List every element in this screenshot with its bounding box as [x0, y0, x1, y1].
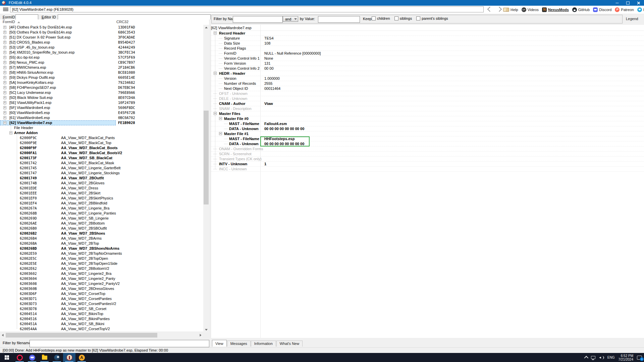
record-row[interactable]: Form Version131 [211, 61, 644, 66]
collapse-icon[interactable]: − [3, 121, 6, 124]
record-row[interactable]: SCRN - Screenshot [211, 152, 644, 157]
forward-icon[interactable] [497, 7, 502, 12]
tree-row[interactable]: File Header [0, 125, 203, 130]
expand-icon[interactable]: + [3, 116, 6, 119]
scrollbar-thumb[interactable] [6, 333, 157, 338]
tree-row[interactable]: 620026BDAA_Vtaw_WD7_2BShoesNoArms [0, 246, 203, 251]
menu-icon[interactable] [3, 8, 8, 12]
tree-row[interactable]: 6200174BAA_Vtaw_WD7_2BGloves [0, 181, 203, 186]
tree-row[interactable]: 62001749AA_Vtaw_WD7_2BOutfit [0, 176, 203, 181]
filter-name-input[interactable] [233, 16, 283, 23]
record-row[interactable]: Next Object ID00011464 [211, 86, 644, 91]
tree-row[interactable]: 620026B2AA_Vtaw_WD7_2BShoes [0, 231, 203, 236]
tree-row[interactable]: 6200173FAA_Vtaw_WD7_SB_BlackCat [0, 156, 203, 161]
tree-row[interactable]: 62003604AA_Vtaw_WD7_Lingerie2_Panty [0, 276, 203, 281]
collapse-icon[interactable]: − [9, 131, 12, 134]
tree-row[interactable]: +[51] DX Courser X-92 Power Suit.esp3F0C… [0, 35, 203, 40]
expand-icon[interactable]: + [3, 81, 6, 84]
tree-row[interactable]: 6200360BAA_Vtaw_WD7_2BDressGloves [0, 286, 203, 291]
taskbar-start[interactable] [0, 353, 13, 362]
back-icon[interactable] [487, 7, 493, 12]
record-row[interactable]: SignatureTES4 [211, 36, 644, 41]
tree-row[interactable]: 62001742AA_Vtaw_WD7_BlackCat_Mask [0, 161, 203, 166]
tree-row[interactable]: +[53] USP .45_by_tooun.esp42444249 [0, 45, 203, 50]
tree-row[interactable]: +[5F] VtawWardrobe4.esp5606F8DC [0, 105, 203, 110]
record-row[interactable]: Record Flags [211, 46, 644, 51]
checkbox[interactable] [416, 16, 420, 20]
record-row[interactable]: DATA - Unknown00 00 00 00 00 00 00 00 [211, 126, 644, 131]
tree-row[interactable]: +[50] Clothes Pack 6 by DonEb14n.esp686C… [0, 30, 203, 35]
tree-row[interactable]: +[5A] InoueKinkyKollars.esp79234682 [0, 80, 203, 85]
tree-row[interactable]: 62003602AA_Vtaw_WD7_Lingerie2_Bra [0, 271, 203, 276]
maximize-button[interactable] [623, 0, 633, 6]
record-row[interactable]: CNAM - AuthorVtaw [211, 101, 644, 106]
tree-row[interactable]: +[61] VtawWardrobe6.esp0BC0A702 [0, 115, 203, 120]
record-row[interactable]: −Record Header [211, 31, 644, 36]
tree-row[interactable]: −[62] VtawWardrobe7.espFE1B9028 [0, 120, 203, 125]
close-button[interactable] [633, 0, 644, 6]
expand-icon[interactable]: + [3, 61, 6, 64]
expand-icon[interactable]: + [3, 91, 6, 94]
tree-row[interactable]: +[5C] Lacy Underwear.esp796E89A6 [0, 90, 203, 95]
record-row[interactable]: −Master File #1 [211, 131, 644, 136]
tab-what-s-new[interactable]: What's New [276, 341, 303, 347]
tree-row[interactable]: −Armor Addon [0, 130, 203, 135]
record-row[interactable]: Number of Records2555 [211, 81, 644, 86]
collapse-icon[interactable]: − [214, 32, 217, 35]
kofi-link[interactable]: Ko-Fi [637, 7, 644, 12]
expand-icon[interactable]: + [3, 71, 6, 74]
tree-row[interactable]: 6200268BAA_Vtaw_WD7_Lingerie_Panties [0, 211, 203, 216]
tree-row[interactable]: 62003D71AA_Vtaw_WD7_CorsetPanties [0, 296, 203, 301]
record-row[interactable]: Data Size108 [211, 41, 644, 46]
clock[interactable]: 6:52 PM 7/21/2024 [619, 354, 634, 361]
record-row[interactable]: MAST - FileNameHHFootsteps.esp [211, 136, 644, 141]
tree-row[interactable]: 6200451AAA_Vtaw_WD7_SB_Bikini [0, 321, 203, 326]
tree-row[interactable]: +[5B] FO4PiercingsSED7.espD67EBC94 [0, 85, 203, 90]
tree-row[interactable]: +[4F] Clothes Pack 5 by DonEb14n.esp13D0… [0, 25, 203, 30]
tree-row[interactable]: 62000F9FAA_Vtaw_WD7_BlackCat_Boots [0, 145, 203, 150]
record-row[interactable]: INCC - Unknown [211, 167, 644, 172]
tree-row[interactable]: 6200269DAA_Vtaw_WD7_SB_Lingerie [0, 216, 203, 221]
record-row[interactable]: OFST - Unknown [211, 91, 644, 96]
language-indicator[interactable]: ENG [607, 356, 615, 359]
tree-row[interactable]: 62003608AA_Vtaw_WD7_Lingerie2_PantyV2 [0, 281, 203, 286]
tree-row[interactable]: 62002E5EAA_Vtaw_WD7_2BTopOpen1Side [0, 261, 203, 266]
record-row[interactable]: Version Control Info 200 00 [211, 66, 644, 71]
scroll-right-icon[interactable] [198, 333, 203, 338]
taskbar-steam[interactable] [51, 353, 63, 362]
filter-value-input[interactable] [318, 16, 360, 23]
current-record-path[interactable]: [62] VtawWardrobe7.esp (FE1B9028) [10, 6, 484, 12]
scrollbar-thumb[interactable] [204, 111, 209, 204]
tree-row[interactable]: +[54] XM2010_SniperRifle_by_tooun.esp3BC… [0, 50, 203, 55]
tab-information[interactable]: Information [251, 341, 276, 347]
filter-operator-select[interactable]: and [283, 16, 298, 22]
expand-icon[interactable]: + [3, 96, 6, 99]
tree-row[interactable]: 62000FA1AA_Vtaw_WD7_BlackCat_BootsV2 [0, 150, 203, 156]
filename-filter-input[interactable] [30, 340, 209, 347]
help-link[interactable]: Help [503, 8, 518, 12]
tray-chevron-up-icon[interactable] [584, 356, 588, 360]
notification-center-icon[interactable]: 1 [637, 356, 642, 360]
record-row[interactable]: −Master File #0 [211, 116, 644, 121]
tree-row[interactable]: +[5D] Black Widow Suit.esp8E07CD4A [0, 95, 203, 100]
expand-icon[interactable]: + [3, 66, 6, 69]
tree-row[interactable]: 62001EF4AA_Vtaw_WD7_2BBlindfold [0, 201, 203, 206]
collapse-icon[interactable]: − [214, 112, 217, 115]
keep-option-children[interactable]: children [372, 16, 390, 20]
collapse-icon[interactable]: − [214, 72, 217, 75]
tab-messages[interactable]: Messages [227, 341, 251, 347]
tree-row[interactable]: +[57] MWIIChimera.esp2F184CB6 [0, 65, 203, 70]
expand-icon[interactable]: + [3, 111, 6, 114]
taskbar-discord[interactable] [26, 353, 38, 362]
videos-link[interactable]: Videos [522, 7, 539, 12]
tree-row[interactable]: +[60] VtawWardrobe5.espE45F672B [0, 110, 203, 115]
volume-icon[interactable] [599, 356, 604, 360]
record-row[interactable]: INTV - Unknown1 [211, 162, 644, 167]
tree-row[interactable]: +[59] Dickys Pinup Outfit.esp6605E14E [0, 75, 203, 80]
record-row[interactable]: ONAM - Overridden Forms [211, 146, 644, 152]
tree-row[interactable]: 620026B0AA_Vtaw_WD7_2BSBOutfit [0, 226, 203, 231]
expand-icon[interactable]: + [3, 36, 6, 39]
record-row[interactable]: DELE - Unknown [211, 96, 644, 101]
tab-view[interactable]: View [212, 340, 227, 347]
tree-row[interactable]: 620026BAAA_Vtaw_WD7_2BTop [0, 241, 203, 246]
